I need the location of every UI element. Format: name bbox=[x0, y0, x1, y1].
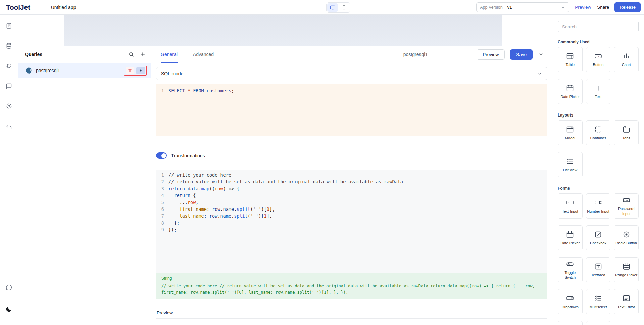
play-icon bbox=[139, 68, 143, 73]
component-button[interactable]: OKButton bbox=[586, 47, 611, 72]
component-dropdown[interactable]: Dropdown bbox=[558, 289, 583, 314]
component-partial[interactable] bbox=[586, 321, 611, 325]
release-button[interactable]: Release bbox=[614, 2, 641, 12]
texteditor-icon bbox=[622, 294, 631, 303]
query-editor-body: SQL mode 1SELECT * FROM customers; Trans… bbox=[151, 67, 552, 319]
numberinput-icon bbox=[594, 198, 602, 207]
component-label: Multiselect bbox=[590, 305, 607, 309]
sql-code-editor[interactable]: 1SELECT * FROM customers; bbox=[156, 84, 547, 136]
component-table[interactable]: Table bbox=[558, 47, 583, 72]
app-version-value: v1 bbox=[507, 5, 512, 10]
component-container[interactable]: Container bbox=[586, 120, 611, 145]
toggle-knob bbox=[161, 153, 166, 158]
result-type-label: String bbox=[161, 276, 542, 281]
undo-button[interactable] bbox=[3, 120, 15, 132]
component-list-view[interactable]: List view bbox=[558, 152, 583, 177]
line-number: 2 bbox=[156, 178, 164, 185]
code-line: 1// write your code here bbox=[156, 172, 547, 178]
help-button[interactable] bbox=[3, 281, 15, 293]
component-label: Modal bbox=[565, 136, 575, 140]
component-toggle-switch[interactable]: Toggle Switch bbox=[558, 257, 583, 282]
pages-button[interactable] bbox=[3, 19, 15, 32]
component-label: Text bbox=[595, 95, 601, 99]
component-text[interactable]: Text bbox=[586, 79, 611, 104]
app-canvas[interactable] bbox=[18, 15, 552, 46]
sql-mode-select[interactable]: SQL mode bbox=[156, 67, 547, 80]
component-partial[interactable] bbox=[558, 321, 583, 325]
settings-button[interactable] bbox=[3, 100, 15, 112]
app-version-select[interactable]: App Version v1 bbox=[476, 2, 569, 12]
transformation-code-editor[interactable]: 1// write your code here2// return value… bbox=[156, 170, 547, 273]
collapse-panel-button[interactable] bbox=[538, 51, 544, 57]
transformations-label: Transformations bbox=[171, 153, 205, 158]
component-range-picker[interactable]: Range Picker bbox=[614, 257, 639, 282]
component-checkbox[interactable]: Checkbox bbox=[586, 225, 611, 250]
component-label: Date Picker bbox=[560, 95, 580, 99]
run-query-button[interactable] bbox=[136, 67, 145, 74]
dark-mode-toggle[interactable] bbox=[3, 303, 15, 315]
gear-icon bbox=[5, 103, 12, 110]
textarea-icon bbox=[594, 262, 602, 271]
comments-button[interactable] bbox=[3, 80, 15, 92]
component-label: List view bbox=[563, 168, 577, 172]
transformations-toggle[interactable] bbox=[156, 152, 167, 159]
line-number: 1 bbox=[156, 87, 164, 94]
comment-icon bbox=[5, 83, 12, 90]
calendar-icon bbox=[566, 230, 574, 239]
code-line: 6 first_name: row.name.split(' ')[0], bbox=[156, 206, 547, 213]
code-line: 1SELECT * FROM customers; bbox=[156, 87, 547, 94]
component-search-input[interactable] bbox=[558, 21, 639, 32]
delete-query-button[interactable] bbox=[126, 67, 134, 74]
calendar-icon bbox=[566, 84, 574, 92]
tab-advanced[interactable]: Advanced bbox=[193, 46, 214, 63]
components-section-title: Layouts bbox=[558, 113, 639, 118]
preview-app-button[interactable]: Preview bbox=[574, 3, 592, 11]
component-textarea[interactable]: Textarea bbox=[586, 257, 611, 282]
component-modal[interactable]: Modal bbox=[558, 120, 583, 145]
datasources-button[interactable] bbox=[3, 40, 15, 52]
desktop-view-button[interactable] bbox=[327, 3, 338, 12]
share-button[interactable]: Share bbox=[596, 3, 610, 11]
toggle-icon bbox=[566, 260, 574, 268]
listview-icon bbox=[566, 157, 574, 166]
components-grid: ModalContainerTabsList view bbox=[558, 120, 639, 177]
add-query-button[interactable] bbox=[140, 51, 146, 57]
component-number-input[interactable]: Number Input bbox=[586, 193, 611, 219]
app-name[interactable]: Untitled app bbox=[51, 5, 76, 10]
query-editor-tab-bar: General Advanced postgresql1 Preview Sav… bbox=[151, 46, 552, 63]
component-date-picker[interactable]: Date Picker bbox=[558, 225, 583, 250]
canvas-area[interactable] bbox=[64, 15, 502, 46]
components-section: FormsText InputNumber InputPassword Inpu… bbox=[558, 186, 639, 325]
component-label: Range Picker bbox=[615, 273, 637, 277]
mobile-icon bbox=[341, 5, 347, 11]
sql-mode-value: SQL mode bbox=[161, 71, 183, 76]
component-label: Dropdown bbox=[562, 305, 579, 309]
component-chart[interactable]: Chart bbox=[614, 47, 639, 72]
component-multiselect[interactable]: Multiselect bbox=[586, 289, 611, 314]
component-password-input[interactable]: Password Input bbox=[614, 193, 639, 219]
component-radio-button[interactable]: Radio Button bbox=[614, 225, 639, 250]
modal-icon bbox=[566, 125, 574, 134]
components-grid: Text InputNumber InputPassword InputDate… bbox=[558, 193, 639, 325]
dropdown-icon bbox=[566, 294, 574, 303]
component-label: Chart bbox=[622, 63, 631, 67]
query-preview-button[interactable]: Preview bbox=[477, 49, 505, 60]
editor-tabs: General Advanced bbox=[161, 46, 214, 63]
component-text-input[interactable]: Text Input bbox=[558, 193, 583, 219]
component-tabs[interactable]: Tabs bbox=[614, 120, 639, 145]
components-section-title: Forms bbox=[558, 186, 639, 191]
mobile-view-button[interactable] bbox=[339, 3, 349, 12]
component-text-editor[interactable]: Text Editor bbox=[614, 289, 639, 314]
query-list-item[interactable]: postgresql1 bbox=[18, 63, 151, 78]
component-date-picker[interactable]: Date Picker bbox=[558, 79, 583, 104]
tooljet-app-builder: ToolJet Untitled app App Version v1 Prev… bbox=[0, 0, 644, 325]
preview-section-header: Preview bbox=[156, 307, 547, 319]
trash-icon bbox=[128, 68, 132, 73]
search-icon bbox=[128, 51, 134, 57]
search-queries-button[interactable] bbox=[128, 51, 134, 57]
tab-general[interactable]: General bbox=[161, 46, 178, 63]
tooljet-logo[interactable]: ToolJet bbox=[6, 3, 30, 11]
debugger-button[interactable] bbox=[3, 60, 15, 72]
component-label: Button bbox=[593, 63, 604, 67]
save-query-button[interactable]: Save bbox=[510, 49, 533, 60]
